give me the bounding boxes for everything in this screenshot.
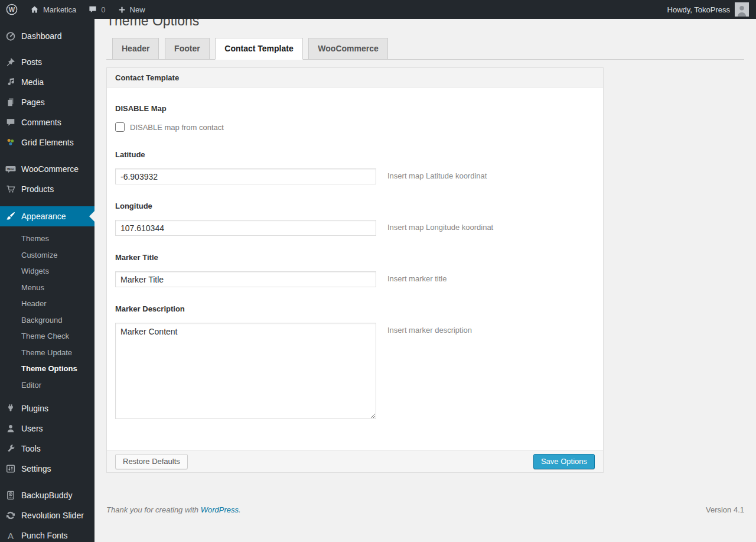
sidebar-item-label: WooCommerce: [21, 164, 79, 174]
wordpress-logo-menu[interactable]: W: [0, 0, 24, 19]
sidebar-subitem-customize[interactable]: Customize: [0, 247, 94, 264]
sidebar-item-label: Revolution Slider: [21, 511, 84, 520]
brush-icon: [5, 210, 17, 222]
comment-count: 0: [101, 5, 105, 14]
disable-map-checkbox-label: DISABLE map from contact: [130, 123, 224, 132]
main-content: Theme Options Header Footer Contact Temp…: [94, 0, 756, 521]
footer-thanks: Thank you for creating with WordPress.: [106, 505, 241, 514]
field-label: Latitude: [115, 150, 595, 159]
user-icon: [5, 423, 17, 434]
sidebar-subitem-header[interactable]: Header: [0, 296, 94, 312]
howdy-account-menu[interactable]: Howdy, TokoPress: [660, 2, 756, 17]
sidebar-subitem-menus[interactable]: Menus: [0, 280, 94, 296]
tab-header[interactable]: Header: [112, 38, 159, 60]
tab-woocommerce[interactable]: WooCommerce: [308, 38, 387, 60]
avatar: [735, 2, 749, 17]
sidebar-item-label: Users: [21, 424, 43, 433]
site-name: Marketica: [43, 5, 76, 14]
home-icon: [30, 5, 40, 15]
sidebar-item-backupbuddy[interactable]: BackupBuddy: [0, 485, 94, 505]
tab-contact-template[interactable]: Contact Template: [215, 38, 302, 60]
footer-thanks-suffix: .: [239, 505, 241, 514]
longitude-input[interactable]: [115, 220, 376, 236]
sidebar-item-label: Posts: [21, 57, 42, 67]
comment-bubble-icon: [88, 5, 97, 14]
sidebar-item-appearance[interactable]: Appearance: [0, 206, 94, 226]
backup-icon: [5, 489, 17, 501]
sidebar-item-label: Grid Elements: [21, 138, 74, 147]
marker-description-textarea[interactable]: Marker Content: [115, 323, 376, 419]
footer-thanks-prefix: Thank you for creating with: [106, 505, 201, 514]
plus-icon: [118, 5, 126, 14]
sidebar-item-settings[interactable]: Settings: [0, 459, 94, 479]
sidebar-item-label: Media: [21, 77, 44, 87]
sidebar-subitem-background[interactable]: Background: [0, 312, 94, 329]
latitude-hint: Insert map Latitude koordinat: [387, 171, 487, 180]
marker-title-hint: Insert marker title: [387, 274, 447, 283]
admin-bar: W Marketica 0 New Howdy, TokoPress: [0, 0, 756, 19]
page-footer: Thank you for creating with WordPress. V…: [106, 505, 744, 521]
sidebar-item-label: Settings: [21, 464, 51, 473]
version-label: Version 4.1: [706, 505, 744, 514]
sidebar-item-media[interactable]: Media: [0, 72, 94, 92]
sidebar-item-punch-fonts[interactable]: A Punch Fonts: [0, 525, 94, 542]
sidebar-item-revolution-slider[interactable]: Revolution Slider: [0, 505, 94, 525]
sidebar-subitem-widgets[interactable]: Widgets: [0, 263, 94, 280]
media-icon: [5, 76, 17, 88]
sidebar-item-users[interactable]: Users: [0, 418, 94, 439]
sidebar-subitem-editor[interactable]: Editor: [0, 377, 94, 394]
new-label: New: [130, 5, 145, 14]
sidebar-item-products[interactable]: Products: [0, 179, 94, 199]
sidebar-item-pages[interactable]: Pages: [0, 92, 94, 112]
sidebar-subitem-theme-options[interactable]: Theme Options: [0, 361, 94, 377]
panel-body: DISABLE Map DISABLE map from contact Lat…: [107, 87, 603, 450]
refresh-icon: [5, 509, 17, 521]
latitude-input[interactable]: [115, 168, 376, 184]
disable-map-checkbox[interactable]: [115, 122, 125, 132]
field-label: Marker Description: [115, 304, 595, 313]
latitude-field: Latitude Insert map Latitude koordinat: [115, 150, 595, 184]
sidebar-item-label: Punch Fonts: [21, 531, 68, 540]
sidebar-item-plugins[interactable]: Plugins: [0, 398, 94, 418]
panel-title: Contact Template: [107, 68, 603, 87]
sidebar-subitem-themes[interactable]: Themes: [0, 231, 94, 247]
save-options-button[interactable]: Save Options: [533, 454, 595, 469]
marker-title-input[interactable]: [115, 271, 376, 287]
wordpress-link[interactable]: WordPress: [201, 505, 239, 514]
restore-defaults-button[interactable]: Restore Defaults: [115, 454, 188, 469]
sidebar-item-label: Pages: [21, 98, 45, 107]
site-name-menu[interactable]: Marketica: [24, 0, 82, 19]
sidebar-item-dashboard[interactable]: Dashboard: [0, 26, 94, 46]
marker-title-field: Marker Title Insert marker title: [115, 253, 595, 287]
dashboard-icon: [5, 30, 17, 42]
letter-a-icon: A: [5, 530, 17, 541]
howdy-text: Howdy, TokoPress: [667, 5, 730, 14]
pin-icon: [5, 56, 17, 68]
settings-icon: [5, 463, 17, 475]
sidebar-item-label: Products: [21, 184, 54, 194]
sidebar-item-posts[interactable]: Posts: [0, 52, 94, 72]
sidebar-subitem-theme-update[interactable]: Theme Update: [0, 345, 94, 361]
sidebar-item-woocommerce[interactable]: Woo WooCommerce: [0, 159, 94, 179]
woocommerce-icon: Woo: [5, 163, 17, 175]
sidebar-item-grid-elements[interactable]: Grid Elements: [0, 132, 94, 152]
sidebar-subitem-theme-check[interactable]: Theme Check: [0, 328, 94, 345]
tab-footer[interactable]: Footer: [165, 38, 210, 60]
theme-options-tabs: Header Footer Contact Template WooCommer…: [106, 38, 744, 60]
new-menu[interactable]: New: [112, 0, 151, 19]
sidebar-item-label: Dashboard: [21, 31, 62, 41]
sidebar-item-label: Plugins: [21, 404, 48, 413]
field-label: DISABLE Map: [115, 104, 595, 113]
svg-text:Woo: Woo: [7, 167, 15, 171]
sidebar-item-comments[interactable]: Comments: [0, 112, 94, 132]
admin-sidebar: Dashboard Posts Media Pages Comments Gri…: [0, 19, 94, 542]
comments-menu[interactable]: 0: [82, 0, 111, 19]
appearance-submenu: Themes Customize Widgets Menus Header Ba…: [0, 226, 94, 398]
sidebar-item-tools[interactable]: Tools: [0, 439, 94, 459]
disable-map-field: DISABLE Map DISABLE map from contact: [115, 104, 595, 132]
panel-footer: Restore Defaults Save Options: [107, 450, 603, 472]
plug-icon: [5, 403, 17, 414]
cart-icon: [5, 183, 17, 195]
sidebar-item-label: Appearance: [21, 212, 66, 221]
pages-icon: [5, 96, 17, 108]
